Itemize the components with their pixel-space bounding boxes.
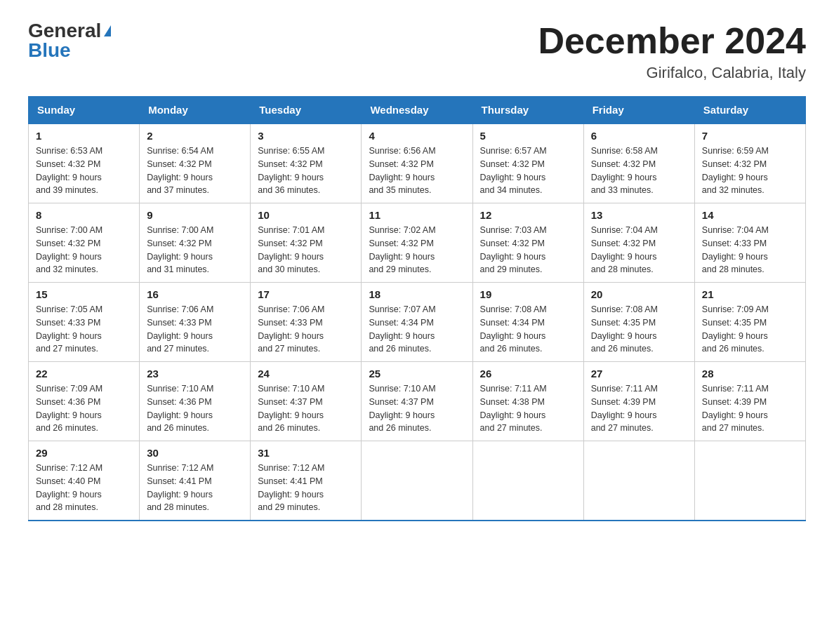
day-number: 14: [702, 209, 798, 221]
day-number: 2: [147, 130, 243, 142]
day-info: Sunrise: 7:02 AMSunset: 4:32 PMDaylight:…: [369, 224, 465, 276]
calendar-cell: 14Sunrise: 7:04 AMSunset: 4:33 PMDayligh…: [694, 203, 805, 283]
day-info: Sunrise: 7:12 AMSunset: 4:41 PMDaylight:…: [147, 462, 243, 514]
day-info: Sunrise: 7:03 AMSunset: 4:32 PMDaylight:…: [480, 224, 576, 276]
calendar-cell: 31Sunrise: 7:12 AMSunset: 4:41 PMDayligh…: [251, 441, 362, 521]
day-info: Sunrise: 7:08 AMSunset: 4:35 PMDaylight:…: [591, 303, 687, 356]
day-number: 15: [36, 288, 132, 300]
day-number: 19: [480, 288, 576, 300]
day-info: Sunrise: 7:12 AMSunset: 4:40 PMDaylight:…: [36, 462, 132, 514]
calendar-cell: 7Sunrise: 6:59 AMSunset: 4:32 PMDaylight…: [694, 123, 805, 203]
calendar-cell: 22Sunrise: 7:09 AMSunset: 4:36 PMDayligh…: [29, 362, 140, 441]
day-number: 29: [36, 447, 132, 459]
logo-triangle-icon: [104, 25, 111, 36]
day-number: 8: [36, 209, 132, 221]
calendar-cell: 18Sunrise: 7:07 AMSunset: 4:34 PMDayligh…: [362, 283, 472, 362]
calendar-cell: 13Sunrise: 7:04 AMSunset: 4:32 PMDayligh…: [583, 203, 694, 283]
month-title: December 2024: [538, 21, 806, 61]
calendar-cell: 11Sunrise: 7:02 AMSunset: 4:32 PMDayligh…: [362, 203, 472, 283]
day-number: 30: [147, 447, 243, 459]
weekday-header-row: SundayMondayTuesdayWednesdayThursdayFrid…: [29, 97, 806, 124]
calendar-week-row: 8Sunrise: 7:00 AMSunset: 4:32 PMDaylight…: [29, 203, 806, 283]
calendar-cell: 12Sunrise: 7:03 AMSunset: 4:32 PMDayligh…: [472, 203, 583, 283]
weekday-header-saturday: Saturday: [694, 97, 805, 124]
day-number: 31: [258, 447, 354, 459]
day-info: Sunrise: 7:10 AMSunset: 4:36 PMDaylight:…: [147, 382, 243, 435]
day-number: 4: [369, 130, 465, 142]
calendar-cell: 25Sunrise: 7:10 AMSunset: 4:37 PMDayligh…: [362, 362, 472, 441]
day-number: 27: [591, 368, 687, 380]
logo-blue-text: Blue: [28, 41, 71, 60]
day-info: Sunrise: 6:59 AMSunset: 4:32 PMDaylight:…: [702, 145, 798, 197]
weekday-header-sunday: Sunday: [29, 97, 140, 124]
day-info: Sunrise: 6:58 AMSunset: 4:32 PMDaylight:…: [591, 145, 687, 197]
day-info: Sunrise: 7:06 AMSunset: 4:33 PMDaylight:…: [258, 303, 354, 356]
day-info: Sunrise: 6:53 AMSunset: 4:32 PMDaylight:…: [36, 145, 132, 197]
calendar-cell: 26Sunrise: 7:11 AMSunset: 4:38 PMDayligh…: [472, 362, 583, 441]
day-info: Sunrise: 7:07 AMSunset: 4:34 PMDaylight:…: [369, 303, 465, 356]
day-info: Sunrise: 7:04 AMSunset: 4:33 PMDaylight:…: [702, 224, 798, 276]
day-number: 12: [480, 209, 576, 221]
calendar-cell: 6Sunrise: 6:58 AMSunset: 4:32 PMDaylight…: [583, 123, 694, 203]
day-number: 26: [480, 368, 576, 380]
day-number: 28: [702, 368, 798, 380]
page-header: General Blue December 2024 Girifalco, Ca…: [28, 21, 806, 82]
calendar-cell: 5Sunrise: 6:57 AMSunset: 4:32 PMDaylight…: [472, 123, 583, 203]
calendar-week-row: 15Sunrise: 7:05 AMSunset: 4:33 PMDayligh…: [29, 283, 806, 362]
day-number: 5: [480, 130, 576, 142]
day-number: 9: [147, 209, 243, 221]
title-section: December 2024 Girifalco, Calabria, Italy: [538, 21, 806, 82]
calendar-cell: 28Sunrise: 7:11 AMSunset: 4:39 PMDayligh…: [694, 362, 805, 441]
location-text: Girifalco, Calabria, Italy: [538, 64, 806, 82]
calendar-cell: 1Sunrise: 6:53 AMSunset: 4:32 PMDaylight…: [29, 123, 140, 203]
day-number: 17: [258, 288, 354, 300]
day-info: Sunrise: 7:10 AMSunset: 4:37 PMDaylight:…: [258, 382, 354, 435]
day-number: 18: [369, 288, 465, 300]
calendar-cell: 16Sunrise: 7:06 AMSunset: 4:33 PMDayligh…: [140, 283, 251, 362]
day-number: 11: [369, 209, 465, 221]
calendar-cell: 24Sunrise: 7:10 AMSunset: 4:37 PMDayligh…: [251, 362, 362, 441]
day-number: 24: [258, 368, 354, 380]
day-number: 21: [702, 288, 798, 300]
day-info: Sunrise: 6:57 AMSunset: 4:32 PMDaylight:…: [480, 145, 576, 197]
day-info: Sunrise: 7:11 AMSunset: 4:38 PMDaylight:…: [480, 382, 576, 435]
day-info: Sunrise: 7:04 AMSunset: 4:32 PMDaylight:…: [591, 224, 687, 276]
day-number: 10: [258, 209, 354, 221]
day-info: Sunrise: 7:06 AMSunset: 4:33 PMDaylight:…: [147, 303, 243, 356]
day-info: Sunrise: 7:05 AMSunset: 4:33 PMDaylight:…: [36, 303, 132, 356]
calendar-cell: 9Sunrise: 7:00 AMSunset: 4:32 PMDaylight…: [140, 203, 251, 283]
day-info: Sunrise: 7:09 AMSunset: 4:35 PMDaylight:…: [702, 303, 798, 356]
calendar-table: SundayMondayTuesdayWednesdayThursdayFrid…: [28, 96, 806, 521]
day-number: 7: [702, 130, 798, 142]
calendar-week-row: 29Sunrise: 7:12 AMSunset: 4:40 PMDayligh…: [29, 441, 806, 521]
calendar-cell: 15Sunrise: 7:05 AMSunset: 4:33 PMDayligh…: [29, 283, 140, 362]
day-info: Sunrise: 7:11 AMSunset: 4:39 PMDaylight:…: [591, 382, 687, 435]
day-number: 1: [36, 130, 132, 142]
day-info: Sunrise: 7:08 AMSunset: 4:34 PMDaylight:…: [480, 303, 576, 356]
calendar-cell: 8Sunrise: 7:00 AMSunset: 4:32 PMDaylight…: [29, 203, 140, 283]
day-number: 16: [147, 288, 243, 300]
weekday-header-tuesday: Tuesday: [251, 97, 362, 124]
calendar-cell: 17Sunrise: 7:06 AMSunset: 4:33 PMDayligh…: [251, 283, 362, 362]
calendar-cell: 30Sunrise: 7:12 AMSunset: 4:41 PMDayligh…: [140, 441, 251, 521]
calendar-cell: 27Sunrise: 7:11 AMSunset: 4:39 PMDayligh…: [583, 362, 694, 441]
day-number: 25: [369, 368, 465, 380]
weekday-header-thursday: Thursday: [472, 97, 583, 124]
day-info: Sunrise: 6:56 AMSunset: 4:32 PMDaylight:…: [369, 145, 465, 197]
calendar-cell: 21Sunrise: 7:09 AMSunset: 4:35 PMDayligh…: [694, 283, 805, 362]
calendar-cell: [472, 441, 583, 521]
calendar-week-row: 22Sunrise: 7:09 AMSunset: 4:36 PMDayligh…: [29, 362, 806, 441]
weekday-header-wednesday: Wednesday: [362, 97, 472, 124]
calendar-cell: 29Sunrise: 7:12 AMSunset: 4:40 PMDayligh…: [29, 441, 140, 521]
day-number: 23: [147, 368, 243, 380]
weekday-header-monday: Monday: [140, 97, 251, 124]
day-number: 13: [591, 209, 687, 221]
day-info: Sunrise: 6:54 AMSunset: 4:32 PMDaylight:…: [147, 145, 243, 197]
calendar-week-row: 1Sunrise: 6:53 AMSunset: 4:32 PMDaylight…: [29, 123, 806, 203]
day-info: Sunrise: 7:00 AMSunset: 4:32 PMDaylight:…: [147, 224, 243, 276]
day-number: 3: [258, 130, 354, 142]
calendar-cell: 20Sunrise: 7:08 AMSunset: 4:35 PMDayligh…: [583, 283, 694, 362]
calendar-cell: 19Sunrise: 7:08 AMSunset: 4:34 PMDayligh…: [472, 283, 583, 362]
weekday-header-friday: Friday: [583, 97, 694, 124]
calendar-cell: 2Sunrise: 6:54 AMSunset: 4:32 PMDaylight…: [140, 123, 251, 203]
